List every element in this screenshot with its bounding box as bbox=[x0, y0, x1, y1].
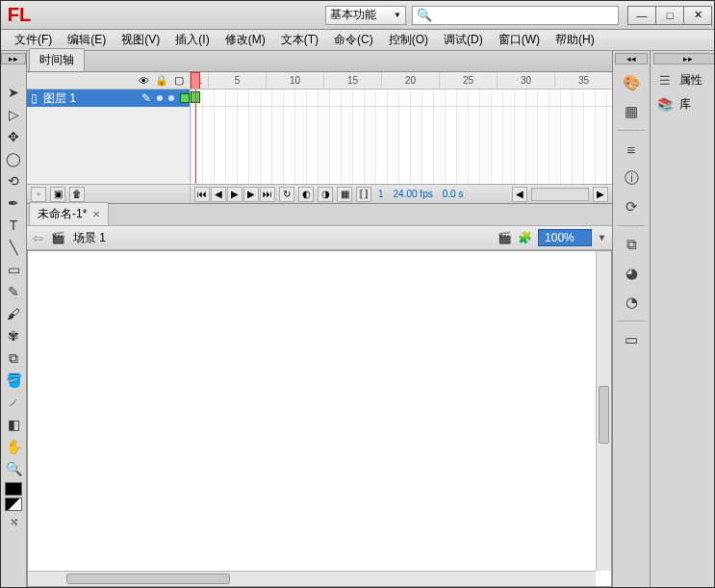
timeline-scroll-left[interactable]: ◀ bbox=[512, 187, 527, 202]
goto-first-frame-button[interactable]: ⏮ bbox=[194, 187, 210, 202]
edit-scene-icon[interactable]: 🎬 bbox=[498, 231, 512, 244]
sample-panel-icon[interactable]: ◔ bbox=[618, 290, 645, 315]
transform-panel-icon[interactable]: ⟳ bbox=[618, 194, 645, 219]
selection-tool[interactable]: ➤ bbox=[2, 82, 25, 103]
strip-collapse-button[interactable]: ◂◂ bbox=[615, 53, 648, 64]
subselection-tool[interactable]: ▷ bbox=[2, 104, 25, 125]
pen-tool[interactable]: ✒ bbox=[2, 192, 25, 214]
menu-insert[interactable]: 插入(I) bbox=[167, 29, 217, 51]
zoom-tool[interactable]: 🔍 bbox=[2, 458, 25, 479]
lock-dot[interactable] bbox=[168, 95, 174, 101]
zoom-dropdown-button[interactable]: ▼ bbox=[598, 233, 606, 243]
zoom-input[interactable]: 100% bbox=[538, 229, 592, 246]
document-tab[interactable]: 未命名-1* ✕ bbox=[29, 202, 109, 225]
free-transform-tool[interactable]: ✥ bbox=[2, 126, 25, 147]
onion-outlines-button[interactable]: ◑ bbox=[318, 187, 333, 202]
chevron-down-icon: ▼ bbox=[394, 11, 401, 19]
swap-colors-button[interactable]: ⤭ bbox=[2, 511, 25, 532]
tools-collapse-button[interactable]: ▸▸ bbox=[1, 53, 26, 64]
onion-markers-button[interactable]: ⟦⟧ bbox=[356, 187, 371, 202]
close-icon[interactable]: ✕ bbox=[92, 209, 100, 219]
ruler-tick: 35 bbox=[554, 72, 612, 89]
menu-commands[interactable]: 命令(C) bbox=[326, 29, 381, 51]
stage[interactable] bbox=[27, 250, 612, 587]
hand-tool[interactable]: ✋ bbox=[2, 436, 25, 457]
ruler-tick: 15 bbox=[323, 72, 381, 89]
loop-button[interactable]: ↻ bbox=[279, 187, 294, 202]
new-folder-button[interactable]: ▣ bbox=[50, 187, 65, 202]
playhead[interactable] bbox=[191, 72, 200, 89]
stroke-color-swatch[interactable] bbox=[5, 482, 22, 496]
project-panel-icon[interactable]: ▭ bbox=[618, 327, 645, 352]
timeline-ruler[interactable]: 1 5 10 15 20 25 30 35 bbox=[191, 72, 612, 89]
lasso-tool[interactable]: ⟲ bbox=[2, 170, 25, 192]
menu-window[interactable]: 窗口(W) bbox=[491, 29, 548, 51]
eye-icon[interactable]: 👁 bbox=[139, 75, 149, 87]
timeline-panel: 👁 🔒 ▢ 1 5 10 15 20 25 30 35 bbox=[27, 72, 612, 204]
timeline-scrollbar[interactable] bbox=[531, 188, 589, 201]
color-panel-icon[interactable]: 🎨 bbox=[618, 70, 645, 95]
edit-multiple-frames-button[interactable]: ▦ bbox=[337, 187, 352, 202]
menu-debug[interactable]: 调试(D) bbox=[436, 29, 491, 51]
menu-text[interactable]: 文本(T) bbox=[273, 29, 326, 51]
back-button[interactable]: ⇦ bbox=[33, 231, 43, 245]
lock-icon[interactable]: 🔒 bbox=[155, 74, 168, 87]
menu-view[interactable]: 视图(V) bbox=[114, 29, 167, 51]
threed-rotation-tool[interactable]: ◯ bbox=[2, 148, 25, 169]
goto-last-frame-button[interactable]: ⏭ bbox=[260, 187, 275, 202]
swatches-panel-icon[interactable]: ▦ bbox=[618, 99, 645, 124]
brush-tool[interactable]: 🖌 bbox=[2, 303, 25, 324]
minimize-button[interactable]: — bbox=[627, 6, 656, 25]
rectangle-tool[interactable]: ▭ bbox=[2, 259, 25, 280]
side-collapse-button[interactable]: ▸▸ bbox=[653, 53, 715, 64]
outline-color-swatch[interactable] bbox=[180, 93, 190, 103]
bone-tool[interactable]: ⧉ bbox=[2, 347, 25, 369]
step-back-button[interactable]: ◀ bbox=[211, 187, 226, 202]
timeline-scroll-right[interactable]: ▶ bbox=[593, 187, 608, 202]
ruler-tick: 10 bbox=[266, 72, 323, 89]
menu-control[interactable]: 控制(O) bbox=[381, 29, 436, 51]
right-icon-strip: ◂◂ 🎨 ▦ ≡ ⓘ ⟳ ⧉ ◕ ◔ ▭ bbox=[612, 51, 651, 587]
vertical-scrollbar[interactable] bbox=[596, 251, 611, 571]
search-input[interactable]: 🔍 bbox=[412, 6, 619, 25]
eyedropper-tool[interactable]: ⟋ bbox=[2, 392, 25, 413]
info-panel-icon[interactable]: ⓘ bbox=[618, 166, 645, 191]
menu-modify[interactable]: 修改(M) bbox=[217, 29, 273, 51]
library-icon: 📚 bbox=[656, 97, 674, 113]
paint-bucket-tool[interactable]: 🪣 bbox=[2, 370, 25, 391]
scene-label: 场景 1 bbox=[73, 230, 106, 246]
timeline-frames[interactable] bbox=[191, 89, 612, 184]
properties-icon: ☰ bbox=[656, 73, 674, 89]
library-panel-button[interactable]: 📚 库 bbox=[651, 92, 715, 116]
outline-icon[interactable]: ▢ bbox=[174, 74, 184, 87]
playhead-line bbox=[195, 89, 196, 184]
delete-layer-button[interactable]: 🗑 bbox=[69, 187, 85, 202]
search-field[interactable] bbox=[436, 9, 614, 22]
layer-row[interactable]: ▯ 图层 1 ✎ bbox=[27, 89, 190, 107]
pencil-tool[interactable]: ✎ bbox=[2, 281, 25, 302]
close-button[interactable]: ✕ bbox=[683, 6, 712, 25]
line-tool[interactable]: ╲ bbox=[2, 237, 25, 258]
align-panel-icon[interactable]: ≡ bbox=[618, 137, 645, 162]
horizontal-scrollbar[interactable] bbox=[28, 571, 596, 586]
visibility-dot[interactable] bbox=[157, 95, 163, 101]
menubar: 文件(F) 编辑(E) 视图(V) 插入(I) 修改(M) 文本(T) 命令(C… bbox=[1, 30, 714, 51]
maximize-button[interactable]: □ bbox=[655, 6, 684, 25]
new-layer-button[interactable]: ▫ bbox=[31, 187, 46, 202]
frame-rate-value: 24.00 fps bbox=[391, 189, 436, 199]
menu-help[interactable]: 帮助(H) bbox=[548, 29, 602, 51]
component-panel-icon[interactable]: ⧉ bbox=[618, 232, 645, 257]
motion-panel-icon[interactable]: ◕ bbox=[618, 261, 645, 286]
timeline-tab[interactable]: 时间轴 bbox=[29, 48, 85, 71]
ruler-tick: 30 bbox=[497, 72, 554, 89]
text-tool[interactable]: T bbox=[2, 215, 25, 236]
onion-skin-button[interactable]: ◐ bbox=[298, 187, 314, 202]
properties-panel-button[interactable]: ☰ 属性 bbox=[651, 68, 715, 92]
fill-color-swatch[interactable] bbox=[5, 498, 22, 511]
deco-tool[interactable]: ✾ bbox=[2, 325, 25, 346]
step-forward-button[interactable]: ▶ bbox=[243, 187, 259, 202]
edit-symbol-icon[interactable]: 🧩 bbox=[518, 231, 532, 244]
play-button[interactable]: ▶ bbox=[227, 187, 243, 202]
eraser-tool[interactable]: ◧ bbox=[2, 414, 25, 435]
workspace-dropdown[interactable]: 基本功能 ▼ bbox=[325, 6, 406, 25]
